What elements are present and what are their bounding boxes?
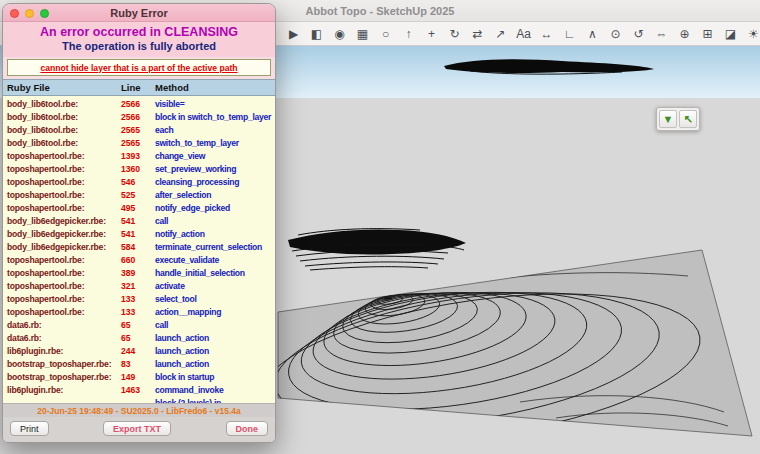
table-row: toposhapertool.rbe: 1393 change_view (3, 149, 275, 162)
toposhaper-generate-icon[interactable]: ▼ (659, 110, 677, 128)
line-cell: 65 (121, 320, 155, 330)
ruby-file-cell: bootstrap_toposhaper.rbe: (7, 372, 121, 382)
export-txt-button[interactable]: Export TXT (103, 421, 171, 436)
ruby-file-cell: data6.rb: (7, 333, 121, 343)
table-row: body_lib6edgepicker.rbe: 541 call (3, 214, 275, 227)
line-cell: 2566 (121, 99, 155, 109)
ruby-file-cell: body_lib6edgepicker.rbe: (7, 242, 121, 252)
table-row: body_lib6edgepicker.rbe: 541 notify_acti… (3, 227, 275, 240)
line-cell: 2566 (121, 112, 155, 122)
ruby-file-cell: toposhapertool.rbe: (7, 151, 121, 161)
method-cell: select_tool (155, 294, 271, 304)
pan-icon[interactable]: ⇔ (651, 24, 672, 43)
rectangle-tool-icon[interactable]: ▦ (352, 24, 373, 43)
ruby-file-cell: data6.rb: (7, 320, 121, 330)
ruby-file-cell: body_lib6tool.rbe: (7, 125, 121, 135)
scale-icon[interactable]: ⇄ (467, 24, 488, 43)
section-plane-icon[interactable]: ◪ (720, 24, 741, 43)
maximize-button[interactable] (40, 9, 49, 18)
shadows-icon[interactable]: ☀ (743, 24, 760, 43)
table-row: body_lib6tool.rbe: 2566 visible= (3, 97, 275, 110)
method-cell: block in switch_to_temp_layer (155, 112, 271, 122)
push-pull-icon[interactable]: ↑ (398, 24, 419, 43)
done-button[interactable]: Done (226, 421, 269, 436)
method-cell: each (155, 125, 271, 135)
walk-icon[interactable]: ∧ (582, 24, 603, 43)
method-cell: visible= (155, 99, 271, 109)
table-row: toposhapertool.rbe: 389 handle_initial_s… (3, 266, 275, 279)
window-title: Abbot Topo - SketchUp 2025 (306, 5, 455, 17)
select-icon[interactable]: ▶ (283, 24, 304, 43)
line-cell: 546 (121, 177, 155, 187)
line-cell: 244 (121, 346, 155, 356)
line-cell: 83 (121, 359, 155, 369)
method-cell: block in startup (155, 372, 271, 382)
method-cell: notify_edge_picked (155, 203, 271, 213)
line-cell: 133 (121, 307, 155, 317)
ruby-file-cell: body_lib6tool.rbe: (7, 112, 121, 122)
method-header: Method (155, 82, 271, 93)
line-cell: 1393 (121, 151, 155, 161)
line-cell: 1463 (121, 385, 155, 395)
close-button[interactable] (10, 9, 19, 18)
toposhaper-pick-icon[interactable]: ↖ (679, 110, 697, 128)
table-row: toposhapertool.rbe: 1360 set_preview_wor… (3, 162, 275, 175)
ruby-file-cell: lib6plugin.rbe: (7, 346, 121, 356)
dialog-titlebar[interactable]: Ruby Error (3, 4, 275, 22)
table-row: body_lib6tool.rbe: 2565 switch_to_temp_l… (3, 136, 275, 149)
ruby-file-cell: body_lib6tool.rbe: (7, 138, 121, 148)
line-cell: 584 (121, 242, 155, 252)
stack-trace-list[interactable]: body_lib6tool.rbe: 2566 visible= body_li… (3, 96, 275, 403)
dialog-button-row: Print Export TXT Done (3, 417, 275, 442)
table-row: toposhapertool.rbe: 495 notify_edge_pick… (3, 201, 275, 214)
table-header: Ruby File Line Method (3, 79, 275, 96)
line-cell: 541 (121, 229, 155, 239)
table-row: body_lib6tool.rbe: 2565 each (3, 123, 275, 136)
zoom-extents-icon[interactable]: ⊞ (697, 24, 718, 43)
ruby-file-cell: bootstrap_toposhaper.rbe: (7, 359, 121, 369)
toolbar-right-group: ∧⊙↺⇔⊕⊞◪☀ (582, 24, 760, 43)
line-header: Line (121, 82, 155, 93)
method-cell: command_invoke (155, 385, 271, 395)
ruby-file-cell: toposhapertool.rbe: (7, 281, 121, 291)
method-cell: after_selection (155, 190, 271, 200)
tape-measure-icon[interactable]: ↗ (490, 24, 511, 43)
ruby-file-cell: lib6plugin.rbe: (7, 385, 121, 395)
dialog-title: Ruby Error (110, 7, 167, 19)
axes-icon[interactable]: ∟ (559, 24, 580, 43)
method-cell: action__mapping (155, 307, 271, 317)
eraser-icon[interactable]: ◧ (306, 24, 327, 43)
line-cell: 541 (121, 216, 155, 226)
paint-bucket-icon[interactable]: ◉ (329, 24, 350, 43)
error-subheading: The operation is fully aborted (5, 40, 273, 53)
look-around-icon[interactable]: ⊙ (605, 24, 626, 43)
move-icon[interactable]: + (421, 24, 442, 43)
circle-tool-icon[interactable]: ○ (375, 24, 396, 43)
rotate-icon[interactable]: ↻ (444, 24, 465, 43)
error-heading: An error occurred in CLEANSING (5, 25, 273, 40)
error-heading-area: An error occurred in CLEANSING The opera… (3, 22, 275, 57)
ruby-file-header: Ruby File (7, 82, 121, 93)
toposhaper-palette: ▼↖ (656, 107, 700, 131)
text-icon[interactable]: Aa (513, 24, 534, 43)
ruby-file-cell: body_lib6edgepicker.rbe: (7, 216, 121, 226)
error-detail: cannot hide layer that is a part of the … (7, 59, 271, 76)
zoom-icon[interactable]: ⊕ (674, 24, 695, 43)
method-cell: set_preview_working (155, 164, 271, 174)
ruby-file-cell: toposhapertool.rbe: (7, 307, 121, 317)
method-cell: call (155, 320, 271, 330)
dimension-icon[interactable]: ↔ (536, 24, 557, 43)
print-button[interactable]: Print (10, 421, 49, 436)
method-cell: switch_to_temp_layer (155, 138, 271, 148)
orbit-icon[interactable]: ↺ (628, 24, 649, 43)
table-row: toposhapertool.rbe: 525 after_selection (3, 188, 275, 201)
method-cell: change_view (155, 151, 271, 161)
table-row: toposhapertool.rbe: 321 activate (3, 279, 275, 292)
minimize-button[interactable] (25, 9, 34, 18)
line-cell: 133 (121, 294, 155, 304)
line-cell: 321 (121, 281, 155, 291)
table-row: toposhapertool.rbe: 133 action__mapping (3, 305, 275, 318)
ruby-file-cell: body_lib6edgepicker.rbe: (7, 229, 121, 239)
table-row: data6.rb: 65 launch_action (3, 331, 275, 344)
table-row: data6.rb: 65 call (3, 318, 275, 331)
